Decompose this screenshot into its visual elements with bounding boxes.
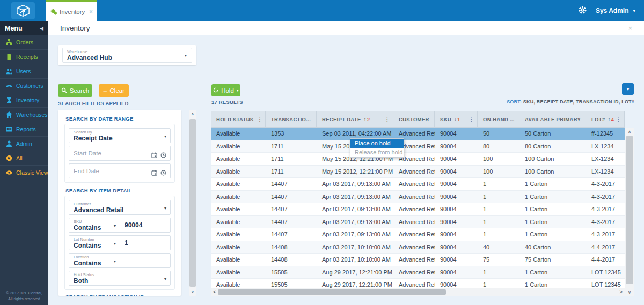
sidebar-item-classic-view[interactable]: Classic View — [0, 166, 48, 180]
filter-panel-scrollbar[interactable]: ∧ ∨ — [189, 110, 196, 296]
sku-operator-select[interactable]: SKU Contains ▾ — [69, 218, 120, 233]
table-row[interactable]: Available 14407 Apr 03 2017, 09:13:00 AM… — [211, 178, 625, 191]
scroll-down-icon[interactable]: ∨ — [189, 289, 196, 294]
grid-options-button[interactable]: ▾ — [622, 83, 634, 95]
sidebar-item-orders[interactable]: Orders — [0, 35, 48, 50]
scroll-down-icon[interactable]: ∨ — [625, 288, 634, 296]
table-row[interactable]: Available 1353 Sep 03 2011, 04:22:00 AM … — [211, 128, 625, 140]
table-row[interactable]: Available 1711 May 15 2012, 12:21:00 PM … — [211, 153, 625, 166]
user-menu[interactable]: Sys Admin — [596, 7, 629, 14]
cell-customer: Advanced Retail — [393, 241, 435, 254]
collapse-sidebar-icon[interactable]: ◀ — [40, 26, 43, 31]
table-row[interactable]: Available 14408 Apr 03 2017, 10:10:00 AM… — [211, 254, 625, 266]
users-icon — [5, 68, 12, 75]
gear-icon[interactable] — [578, 5, 587, 17]
table-row[interactable]: Available 14407 Apr 03 2017, 09:13:00 AM… — [211, 191, 625, 204]
table-row[interactable]: Available 14408 Apr 03 2017, 10:10:00 AM… — [211, 241, 625, 254]
scroll-up-icon[interactable]: ∧ — [625, 129, 634, 135]
eye-icon — [5, 169, 12, 176]
sort-arrow-icon: ↑ — [364, 116, 367, 122]
column-header[interactable]: LOT# ↑ 4 ⋮ — [586, 111, 625, 127]
start-date-input[interactable]: Start Date — [69, 146, 171, 161]
sidebar-item-users[interactable]: Users — [0, 64, 48, 79]
cell-receipt-date: May 15 2012, 12:21:00 PM — [317, 166, 393, 178]
scrollbar-thumb[interactable] — [626, 136, 633, 284]
sidebar-item-receipts[interactable]: Receipts — [0, 50, 48, 64]
table-row[interactable]: Available 14407 Apr 03 2017, 09:13:00 AM… — [211, 216, 625, 229]
table-row[interactable]: Available 15505 Aug 29 2017, 12:21:00 PM… — [211, 266, 625, 279]
sidebar-item-reports[interactable]: Reports — [0, 122, 48, 137]
cell-sku: 90004 — [435, 178, 478, 190]
sidebar-item-admin[interactable]: Admin — [0, 137, 48, 151]
search-button[interactable]: Search — [58, 84, 92, 97]
cell-on-hand: 1 — [478, 203, 519, 215]
column-header[interactable]: AVAILABLE PRIMARY ⋮ — [519, 111, 586, 127]
column-menu-icon[interactable]: ⋮ — [384, 116, 390, 123]
lot-operator-select[interactable]: Lot Number Contains ▾ — [69, 235, 120, 250]
lot-value-input[interactable]: 1 — [120, 235, 171, 250]
scroll-right-icon[interactable]: > — [619, 288, 623, 296]
column-header[interactable]: HOLD STATUS ⋮ — [211, 111, 266, 127]
filters-applied-header: SEARCH FILTERS APPLIED — [58, 100, 129, 106]
column-menu-icon[interactable]: ⋮ — [616, 116, 621, 123]
column-menu-icon[interactable]: ⋮ — [257, 116, 262, 123]
scrollbar-thumb[interactable] — [218, 289, 446, 295]
sku-value-input[interactable]: 90004 — [120, 218, 171, 233]
end-date-input[interactable]: End Date — [69, 163, 171, 178]
context-menu-item[interactable]: Place on hold — [350, 139, 404, 148]
cell-on-hand: 75 — [478, 254, 519, 266]
tab-close-icon[interactable]: × — [89, 9, 93, 15]
column-header[interactable]: TRANSACTIO... ⋮ — [266, 111, 317, 127]
calendar-icon[interactable] — [151, 151, 157, 160]
clear-button[interactable]: − Clear — [99, 84, 129, 97]
table-body: Available 1353 Sep 03 2011, 04:22:00 AM … — [211, 128, 625, 288]
cell-customer: Advanced Retail — [393, 166, 435, 178]
clock-icon[interactable] — [160, 168, 166, 178]
location-operator-select[interactable]: Location Contains ▾ — [69, 253, 120, 268]
app-logo[interactable] — [0, 0, 46, 21]
column-header[interactable]: SKU ↓ 1 ⋮ — [435, 111, 478, 127]
table-row[interactable]: Available 1711 May 15 2012, 12:21:00 PM … — [211, 140, 625, 153]
clock-icon[interactable] — [160, 151, 166, 160]
column-header[interactable]: RECEIPT DATE ↑ 2 ⋮ — [317, 111, 393, 127]
hold-button[interactable]: Hold ▾ — [211, 84, 240, 96]
table-row[interactable]: Available 14407 Apr 03 2017, 09:13:00 AM… — [211, 203, 625, 216]
warehouse-select[interactable]: Warehouse Advanced Hub ▾ — [62, 48, 192, 63]
table-row[interactable]: Available 14407 Apr 03 2017, 09:13:00 AM… — [211, 228, 625, 241]
table-row[interactable]: Available 15505 Aug 29 2017, 12:21:00 PM… — [211, 279, 625, 288]
table-vertical-scrollbar[interactable]: ∧ — [625, 128, 634, 288]
cell-receipt-date: Apr 03 2017, 09:13:00 AM — [317, 191, 393, 203]
tab-inventory[interactable]: Inventory × — [46, 0, 97, 21]
scrollbar-thumb[interactable] — [189, 119, 196, 287]
table-row[interactable]: Available 1711 May 15 2012, 12:21:00 PM … — [211, 166, 625, 178]
location-value-input[interactable] — [120, 253, 171, 268]
column-menu-icon[interactable]: ⋮ — [469, 116, 474, 123]
context-menu-item[interactable]: Release from hold — [350, 148, 404, 157]
cell-available-primary: 75 Carton — [519, 254, 586, 266]
cell-customer: Advanced Retail — [393, 178, 435, 190]
sidebar-item-warehouses[interactable]: Warehouses — [0, 108, 48, 122]
cell-customer: Advanced Retail — [393, 254, 435, 266]
sort-order-number: 2 — [367, 117, 370, 122]
column-header[interactable]: CUSTOMER ⋮ — [393, 111, 435, 127]
cell-transaction-id: 1353 — [266, 128, 317, 140]
cell-customer: Advanced Retail — [393, 216, 435, 228]
sidebar-item-all[interactable]: All — [0, 151, 48, 166]
calendar-icon[interactable] — [151, 168, 157, 178]
scroll-left-icon[interactable]: < — [213, 288, 216, 296]
chevron-down-icon[interactable]: ▾ — [633, 8, 635, 13]
cell-receipt-date: Apr 03 2017, 10:10:00 AM — [317, 254, 393, 266]
hold-status-select[interactable]: Hold Status Both ▾ — [69, 271, 171, 286]
scroll-up-icon[interactable]: ∧ — [189, 111, 196, 116]
cell-sku: 90004 — [435, 191, 478, 203]
column-header[interactable]: ON-HAND ... ⋮ — [478, 111, 519, 127]
cell-available-primary: 50 Carton — [519, 128, 586, 140]
customer-select[interactable]: Customer Advanced Retail ▾ — [69, 200, 171, 215]
table-horizontal-scrollbar[interactable]: < > — [211, 288, 625, 296]
cube-logo-icon — [11, 2, 35, 19]
cell-hold-status: Available — [211, 228, 266, 241]
sidebar-item-inventory[interactable]: Inventory — [0, 93, 48, 108]
sidebar-item-customers[interactable]: Customers — [0, 79, 48, 93]
close-icon[interactable]: × — [628, 24, 632, 32]
search-by-select[interactable]: Search By Receipt Date ▾ — [69, 128, 171, 143]
